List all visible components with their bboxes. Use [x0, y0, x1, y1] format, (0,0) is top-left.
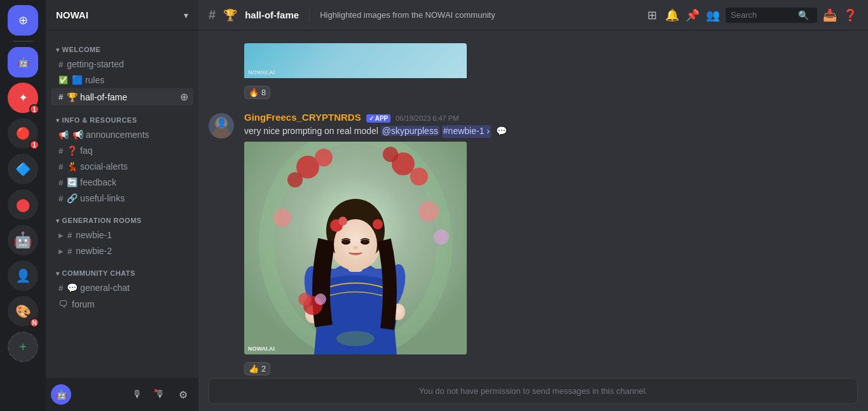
search-bar[interactable]: 🔍: [726, 8, 817, 23]
chevron-icon: ▾: [56, 46, 60, 53]
server-header[interactable]: NOWAI ▾: [46, 0, 198, 30]
channel-header-name: hall-of-fame: [245, 10, 299, 20]
help-icon[interactable]: ❓: [843, 8, 858, 23]
svg-text:👤: 👤: [216, 118, 228, 128]
server-icon-3[interactable]: 🔴 1: [8, 118, 38, 149]
thread-icon-2: ▶: [59, 248, 64, 255]
fire-emoji: 🔥: [249, 88, 259, 97]
server-icon-9[interactable]: +: [8, 332, 38, 362]
server-6-logo: 🤖: [13, 231, 32, 249]
category-community-chats[interactable]: ▾ COMMUNITY CHATS: [46, 259, 198, 280]
no-permission-notice: You do not have permission to send messa…: [209, 378, 858, 404]
category-generation-rooms[interactable]: ▾ GENERATION ROOMS: [46, 206, 198, 227]
reaction-thumbsup[interactable]: 👍 2: [244, 362, 270, 375]
header-actions: ⊞ 🔔 📌 👥 🔍 📥 ❓: [644, 8, 858, 23]
members-icon[interactable]: 👥: [705, 8, 720, 23]
channel-newbie-2[interactable]: ▶ # newbie-2: [51, 243, 193, 259]
mute-button[interactable]: 🎙: [127, 384, 148, 405]
svg-point-35: [315, 293, 326, 305]
channel-newbie-1[interactable]: ▶ # newbie-1: [51, 227, 193, 243]
server-icon-8[interactable]: 🎨 N: [8, 296, 38, 327]
bot-label: APP: [375, 115, 389, 122]
megaphone-icon: 📢: [59, 130, 69, 140]
message-text: very nice prompting on real model @skypu…: [244, 125, 858, 138]
svg-point-13: [418, 201, 439, 222]
svg-point-10: [410, 168, 428, 185]
hash-icon-general: #: [59, 283, 63, 293]
channel-general-chat[interactable]: # 💬 general-chat: [51, 280, 193, 295]
server-icon-5[interactable]: ⬤: [8, 189, 38, 220]
bot-checkmark: ✓: [369, 115, 374, 122]
svg-point-1: [212, 127, 230, 138]
add-member-icon[interactable]: ⊕: [180, 91, 188, 103]
discord-home-button[interactable]: ⊕: [8, 5, 38, 36]
channel-description: Highlighted images from the NOWAI commun…: [320, 10, 637, 20]
reaction-fire[interactable]: 🔥 8: [244, 86, 270, 99]
channel-social-alerts[interactable]: # 💃 social-alerts: [51, 159, 193, 174]
settings-button[interactable]: ⚙: [173, 384, 193, 405]
channel-hash-icon: #: [209, 8, 216, 22]
server-2-logo: ✦: [18, 91, 28, 105]
svg-point-27: [343, 239, 348, 243]
svg-point-31: [338, 217, 347, 226]
icon-bar-divider: [13, 41, 33, 42]
server-icon-4[interactable]: 🔷: [8, 154, 38, 184]
category-info-resources[interactable]: ▾ INFO & RESOURCES: [46, 106, 198, 126]
svg-point-7: [315, 149, 333, 166]
author-avatar[interactable]: 👤: [209, 113, 234, 138]
deafen-button[interactable]: 🎙✖: [150, 384, 170, 405]
server-7-logo: 👤: [15, 268, 31, 283]
user-mention[interactable]: @skypurpless: [381, 126, 439, 136]
channel-useful-links[interactable]: # 🔗 useful-links: [51, 191, 193, 206]
channel-name-announcements: 📢 announcements: [72, 130, 188, 140]
channel-feedback[interactable]: # 🔄 feedback: [51, 175, 193, 190]
channel-name-getting-started: getting-started: [67, 59, 188, 69]
server-icon-7[interactable]: 👤: [8, 260, 38, 291]
main-content: # 🏆 hall-of-fame Highlighted images from…: [198, 0, 868, 411]
server-8-logo: 🎨: [15, 304, 31, 319]
hash-icon-newbie1: #: [67, 231, 72, 240]
channel-mention[interactable]: #newbie-1 ›: [442, 125, 491, 138]
search-input[interactable]: [731, 10, 794, 20]
server-icon-2[interactable]: ✦ 1: [8, 83, 38, 113]
hash-icon-faq: #: [59, 146, 63, 156]
notification-badge: 1: [29, 104, 39, 114]
reaction-count-2: 2: [261, 364, 266, 374]
threads-icon[interactable]: ⊞: [644, 8, 659, 23]
message-body: GingFreecs_CRYPTNRDS ✓ APP 06/19/2023 6:…: [244, 112, 858, 375]
channel-getting-started[interactable]: # getting-started: [51, 57, 193, 72]
channel-faq[interactable]: # ❓ faq: [51, 143, 193, 158]
check-icon: ✅: [59, 76, 68, 84]
svg-point-32: [373, 219, 383, 229]
category-gen-label: GENERATION ROOMS: [62, 217, 142, 224]
channel-forum[interactable]: 🗨 forum: [51, 296, 193, 312]
channel-hall-of-fame[interactable]: # 🏆 hall-of-fame ⊕: [51, 88, 193, 105]
message-gingfreecs: 👤 GingFreecs_CRYPTNRDS ✓ APP 06/19/2023 …: [198, 104, 868, 378]
category-welcome-label: WELCOME: [62, 46, 101, 53]
hash-icon-links: #: [59, 194, 63, 203]
channel-name-newbie-2: newbie-2: [76, 246, 188, 256]
notification-badge-3: 1: [29, 140, 39, 150]
pin-icon[interactable]: 📌: [685, 8, 700, 23]
inbox-icon[interactable]: 📥: [822, 8, 837, 23]
server-icon-bar: ⊕ 🤖 ✦ 1 🔴 1 🔷 ⬤ 🤖 👤 🎨 N +: [0, 0, 46, 411]
server-icon-nowai[interactable]: 🤖: [8, 47, 38, 77]
channel-trophy-icon: 🏆: [223, 8, 237, 22]
user-panel: 🤖 🎙 🎙✖ ⚙: [46, 378, 198, 411]
server-logo: 🤖: [18, 57, 29, 67]
channel-name-general-chat: 💬 general-chat: [67, 283, 188, 293]
channel-rules[interactable]: ✅ 🟦 rules: [51, 72, 193, 88]
category-welcome[interactable]: ▾ WELCOME: [46, 36, 198, 56]
server-5-logo: ⬤: [16, 197, 30, 212]
message-author[interactable]: GingFreecs_CRYPTNRDS: [244, 112, 361, 123]
server-icon-6[interactable]: 🤖: [8, 225, 38, 255]
channel-name-hof: 🏆 hall-of-fame: [67, 92, 176, 102]
channel-name-feedback: 🔄 feedback: [67, 177, 188, 187]
mute-channel-icon[interactable]: 🔔: [665, 8, 680, 23]
user-controls: 🎙 🎙✖ ⚙: [127, 384, 193, 405]
channel-name-newbie-1: newbie-1: [76, 230, 188, 240]
hash-icon-hof: #: [59, 92, 63, 102]
ai-art-image: NOWAI.AI NOWAI.AI: [244, 142, 467, 354]
channel-announcements[interactable]: 📢 📢 announcements: [51, 127, 193, 142]
bot-badge: ✓ APP: [366, 114, 391, 123]
